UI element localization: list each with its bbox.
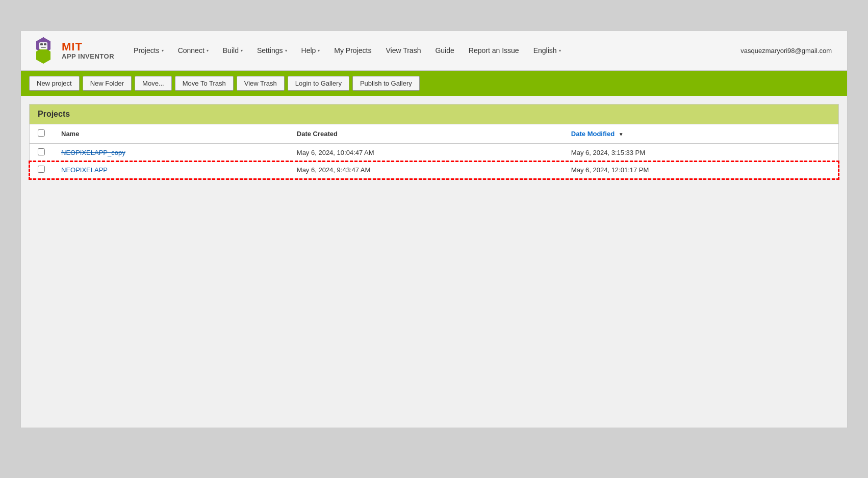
table-row: NEOPIXELAPP_copy May 6, 2024, 10:04:47 A… <box>30 144 838 162</box>
svg-rect-4 <box>44 43 46 45</box>
settings-caret: ▾ <box>285 48 287 53</box>
nav-item-projects[interactable]: Projects ▾ <box>126 42 171 59</box>
header-date-created: Date Created <box>289 124 563 144</box>
connect-caret: ▾ <box>207 48 209 53</box>
row2-name-cell: NEOPIXELAPP <box>53 162 289 179</box>
publish-to-gallery-button[interactable]: Publish to Gallery <box>352 76 420 91</box>
nav-item-help[interactable]: Help ▾ <box>294 42 327 59</box>
row1-checkbox-cell <box>30 144 53 162</box>
table-header-row: Name Date Created Date Modified ▼ <box>30 124 838 144</box>
row2-date-modified: May 6, 2024, 12:01:17 PM <box>563 162 838 179</box>
move-to-trash-button[interactable]: Move To Trash <box>175 76 234 91</box>
header: MIT APP INVENTOR Projects ▾ Connect ▾ Bu… <box>21 31 847 71</box>
projects-section: Projects Name Date Created Date Modified… <box>29 104 839 179</box>
svg-point-7 <box>42 39 44 41</box>
logo-area[interactable]: MIT APP INVENTOR <box>29 36 114 65</box>
row2-checkbox-cell <box>30 162 53 179</box>
header-checkbox-cell <box>30 124 53 144</box>
svg-rect-3 <box>40 43 43 45</box>
nav-item-my-projects[interactable]: My Projects <box>327 42 378 59</box>
row2-date-created: May 6, 2024, 9:43:47 AM <box>289 162 563 179</box>
view-trash-button[interactable]: View Trash <box>237 76 285 91</box>
english-caret: ▾ <box>559 48 561 53</box>
logo-mit: MIT <box>62 41 114 53</box>
projects-caret: ▾ <box>162 48 164 53</box>
new-folder-button[interactable]: New Folder <box>83 76 132 91</box>
logo-icon <box>29 36 58 65</box>
select-all-checkbox[interactable] <box>38 129 45 137</box>
nav-menu: Projects ▾ Connect ▾ Build ▾ Settings ▾ … <box>126 42 839 59</box>
move-button[interactable]: Move... <box>135 76 172 91</box>
toolbar: New project New Folder Move... Move To T… <box>21 71 847 96</box>
header-date-modified[interactable]: Date Modified ▼ <box>563 124 838 144</box>
row1-checkbox[interactable] <box>38 148 45 155</box>
row1-name-cell: NEOPIXELAPP_copy <box>53 144 289 162</box>
help-caret: ▾ <box>318 48 320 53</box>
logo-text: MIT APP INVENTOR <box>62 41 114 60</box>
projects-table: Name Date Created Date Modified ▼ NEOPIX… <box>30 124 838 179</box>
login-to-gallery-button[interactable]: Login to Gallery <box>288 76 349 91</box>
user-email: vasquezmaryori98@gmail.com <box>733 43 839 59</box>
row2-project-link[interactable]: NEOPIXELAPP <box>61 166 108 174</box>
logo-app-inventor: APP INVENTOR <box>62 53 114 60</box>
row1-date-created: May 6, 2024, 10:04:47 AM <box>289 144 563 162</box>
sort-arrow-icon: ▼ <box>619 131 624 137</box>
new-project-button[interactable]: New project <box>29 76 80 91</box>
nav-item-view-trash[interactable]: View Trash <box>378 42 428 59</box>
nav-item-guide[interactable]: Guide <box>428 42 461 59</box>
app-container: MIT APP INVENTOR Projects ▾ Connect ▾ Bu… <box>20 31 848 428</box>
nav-item-report-issue[interactable]: Report an Issue <box>462 42 526 59</box>
svg-rect-5 <box>41 47 46 48</box>
table-row: NEOPIXELAPP May 6, 2024, 9:43:47 AM May … <box>30 162 838 179</box>
projects-header: Projects <box>30 104 838 124</box>
nav-item-build[interactable]: Build ▾ <box>216 42 250 59</box>
row1-date-modified: May 6, 2024, 3:15:33 PM <box>563 144 838 162</box>
nav-item-connect[interactable]: Connect ▾ <box>171 42 216 59</box>
build-caret: ▾ <box>241 48 243 53</box>
row2-checkbox[interactable] <box>38 166 45 173</box>
nav-item-settings[interactable]: Settings ▾ <box>250 42 294 59</box>
nav-item-english[interactable]: English ▾ <box>526 42 568 59</box>
header-name: Name <box>53 124 289 144</box>
svg-rect-2 <box>39 42 47 49</box>
row1-project-link[interactable]: NEOPIXELAPP_copy <box>61 149 125 156</box>
